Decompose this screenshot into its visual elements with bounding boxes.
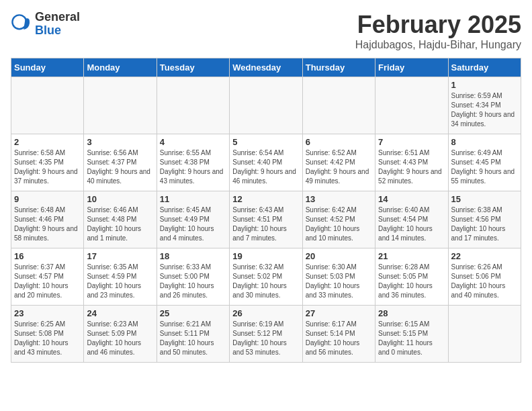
day-number: 6 [306, 137, 372, 147]
weekday-header-friday: Friday [375, 58, 448, 77]
day-info: Sunrise: 6:35 AM Sunset: 4:59 PM Dayligh… [87, 263, 153, 300]
calendar-cell: 22Sunrise: 6:26 AM Sunset: 5:06 PM Dayli… [448, 248, 521, 306]
title-block: February 2025 Hajdubagos, Hajdu-Bihar, H… [355, 11, 521, 51]
logo-icon [11, 13, 32, 35]
day-info: Sunrise: 6:32 AM Sunset: 5:02 PM Dayligh… [232, 263, 299, 300]
calendar-cell: 12Sunrise: 6:43 AM Sunset: 4:51 PM Dayli… [230, 191, 302, 248]
calendar-cell: 14Sunrise: 6:40 AM Sunset: 4:54 PM Dayli… [375, 191, 448, 248]
day-number: 25 [160, 308, 226, 318]
day-number: 4 [160, 137, 226, 147]
calendar-cell: 17Sunrise: 6:35 AM Sunset: 4:59 PM Dayli… [84, 248, 157, 306]
calendar-cell: 27Sunrise: 6:17 AM Sunset: 5:14 PM Dayli… [302, 306, 375, 363]
calendar-cell: 23Sunrise: 6:25 AM Sunset: 5:08 PM Dayli… [11, 306, 84, 363]
day-info: Sunrise: 6:48 AM Sunset: 4:46 PM Dayligh… [14, 205, 81, 243]
calendar-cell: 18Sunrise: 6:33 AM Sunset: 5:00 PM Dayli… [157, 248, 229, 306]
calendar-cell [11, 77, 84, 134]
day-info: Sunrise: 6:17 AM Sunset: 5:14 PM Dayligh… [306, 320, 372, 357]
day-info: Sunrise: 6:55 AM Sunset: 4:38 PM Dayligh… [160, 148, 226, 186]
day-number: 2 [14, 137, 81, 147]
day-number: 9 [14, 194, 81, 204]
calendar-week-4: 16Sunrise: 6:37 AM Sunset: 4:57 PM Dayli… [11, 248, 521, 306]
day-info: Sunrise: 6:59 AM Sunset: 4:34 PM Dayligh… [451, 91, 518, 129]
logo-blue: Blue [35, 24, 80, 38]
day-info: Sunrise: 6:23 AM Sunset: 5:09 PM Dayligh… [87, 320, 153, 357]
calendar-cell: 13Sunrise: 6:42 AM Sunset: 4:52 PM Dayli… [302, 191, 375, 248]
weekday-header-saturday: Saturday [448, 58, 521, 77]
calendar-cell: 26Sunrise: 6:19 AM Sunset: 5:12 PM Dayli… [230, 306, 302, 363]
day-info: Sunrise: 6:19 AM Sunset: 5:12 PM Dayligh… [232, 320, 299, 357]
calendar-cell: 7Sunrise: 6:51 AM Sunset: 4:43 PM Daylig… [375, 134, 448, 191]
calendar-cell: 9Sunrise: 6:48 AM Sunset: 4:46 PM Daylig… [11, 191, 84, 248]
day-info: Sunrise: 6:37 AM Sunset: 4:57 PM Dayligh… [14, 263, 81, 300]
calendar-cell: 15Sunrise: 6:38 AM Sunset: 4:56 PM Dayli… [448, 191, 521, 248]
day-number: 21 [378, 251, 445, 261]
day-info: Sunrise: 6:21 AM Sunset: 5:11 PM Dayligh… [160, 320, 226, 357]
calendar-week-3: 9Sunrise: 6:48 AM Sunset: 4:46 PM Daylig… [11, 191, 521, 248]
calendar-cell: 5Sunrise: 6:54 AM Sunset: 4:40 PM Daylig… [230, 134, 302, 191]
day-number: 23 [14, 308, 81, 318]
weekday-header-sunday: Sunday [11, 58, 84, 77]
day-number: 14 [378, 194, 445, 204]
day-number: 20 [306, 251, 372, 261]
calendar-cell: 11Sunrise: 6:45 AM Sunset: 4:49 PM Dayli… [157, 191, 229, 248]
day-number: 18 [160, 251, 226, 261]
day-number: 22 [451, 251, 518, 261]
day-info: Sunrise: 6:33 AM Sunset: 5:00 PM Dayligh… [160, 263, 226, 300]
day-number: 3 [87, 137, 153, 147]
day-info: Sunrise: 6:51 AM Sunset: 4:43 PM Dayligh… [378, 148, 445, 186]
calendar-week-2: 2Sunrise: 6:58 AM Sunset: 4:35 PM Daylig… [11, 134, 521, 191]
day-info: Sunrise: 6:46 AM Sunset: 4:48 PM Dayligh… [87, 205, 153, 243]
day-number: 27 [306, 308, 372, 318]
calendar-cell: 1Sunrise: 6:59 AM Sunset: 4:34 PM Daylig… [448, 77, 521, 134]
calendar-cell: 6Sunrise: 6:52 AM Sunset: 4:42 PM Daylig… [302, 134, 375, 191]
day-info: Sunrise: 6:40 AM Sunset: 4:54 PM Dayligh… [378, 205, 445, 243]
day-info: Sunrise: 6:30 AM Sunset: 5:03 PM Dayligh… [306, 263, 372, 300]
day-number: 10 [87, 194, 153, 204]
weekday-header-monday: Monday [84, 58, 157, 77]
calendar-cell [84, 77, 157, 134]
calendar-body: 1Sunrise: 6:59 AM Sunset: 4:34 PM Daylig… [11, 77, 521, 363]
calendar-week-1: 1Sunrise: 6:59 AM Sunset: 4:34 PM Daylig… [11, 77, 521, 134]
day-info: Sunrise: 6:43 AM Sunset: 4:51 PM Dayligh… [232, 205, 299, 243]
day-number: 7 [378, 137, 445, 147]
day-number: 16 [14, 251, 81, 261]
calendar-cell [157, 77, 229, 134]
day-info: Sunrise: 6:38 AM Sunset: 4:56 PM Dayligh… [451, 205, 518, 243]
weekday-header-thursday: Thursday [302, 58, 375, 77]
day-number: 12 [232, 194, 299, 204]
calendar-table: SundayMondayTuesdayWednesdayThursdayFrid… [11, 58, 521, 363]
day-number: 26 [232, 308, 299, 318]
logo-text: General Blue [35, 11, 80, 38]
month-title: February 2025 [355, 11, 521, 39]
day-number: 15 [451, 194, 518, 204]
day-info: Sunrise: 6:54 AM Sunset: 4:40 PM Dayligh… [232, 148, 299, 186]
day-number: 17 [87, 251, 153, 261]
calendar-cell: 3Sunrise: 6:56 AM Sunset: 4:37 PM Daylig… [84, 134, 157, 191]
calendar-cell: 2Sunrise: 6:58 AM Sunset: 4:35 PM Daylig… [11, 134, 84, 191]
day-number: 8 [451, 137, 518, 147]
calendar-cell [375, 77, 448, 134]
day-info: Sunrise: 6:45 AM Sunset: 4:49 PM Dayligh… [160, 205, 226, 243]
calendar-cell: 24Sunrise: 6:23 AM Sunset: 5:09 PM Dayli… [84, 306, 157, 363]
weekday-header-wednesday: Wednesday [230, 58, 302, 77]
logo-general: General [35, 11, 80, 24]
weekday-header-row: SundayMondayTuesdayWednesdayThursdayFrid… [11, 58, 521, 77]
day-info: Sunrise: 6:42 AM Sunset: 4:52 PM Dayligh… [306, 205, 372, 243]
calendar-cell: 4Sunrise: 6:55 AM Sunset: 4:38 PM Daylig… [157, 134, 229, 191]
calendar-cell [302, 77, 375, 134]
day-info: Sunrise: 6:26 AM Sunset: 5:06 PM Dayligh… [451, 263, 518, 300]
calendar-cell: 10Sunrise: 6:46 AM Sunset: 4:48 PM Dayli… [84, 191, 157, 248]
day-info: Sunrise: 6:56 AM Sunset: 4:37 PM Dayligh… [87, 148, 153, 186]
day-info: Sunrise: 6:25 AM Sunset: 5:08 PM Dayligh… [14, 320, 81, 357]
day-info: Sunrise: 6:28 AM Sunset: 5:05 PM Dayligh… [378, 263, 445, 300]
day-number: 1 [451, 80, 518, 90]
day-number: 28 [378, 308, 445, 318]
calendar-week-5: 23Sunrise: 6:25 AM Sunset: 5:08 PM Dayli… [11, 306, 521, 363]
location: Hajdubagos, Hajdu-Bihar, Hungary [355, 39, 521, 51]
calendar-cell [230, 77, 302, 134]
day-number: 24 [87, 308, 153, 318]
calendar-cell: 8Sunrise: 6:49 AM Sunset: 4:45 PM Daylig… [448, 134, 521, 191]
day-number: 11 [160, 194, 226, 204]
day-number: 13 [306, 194, 372, 204]
calendar-cell: 19Sunrise: 6:32 AM Sunset: 5:02 PM Dayli… [230, 248, 302, 306]
